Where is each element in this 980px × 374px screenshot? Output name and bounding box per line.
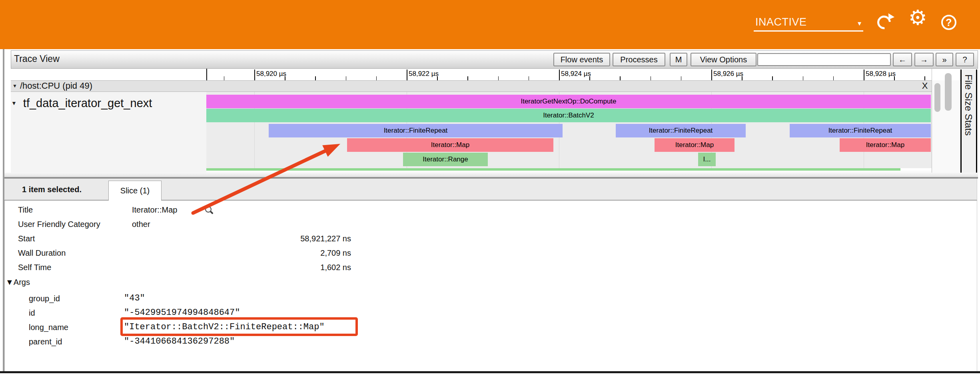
close-icon[interactable]: X — [920, 81, 930, 91]
ruler-minor-tick — [894, 76, 895, 80]
timeline-slice[interactable]: Iterator::BatchV2 — [206, 109, 931, 122]
ruler-minor-tick — [285, 76, 285, 80]
search-icon-handle — [210, 211, 214, 214]
timeline-slice[interactable]: Iterator::Map — [655, 138, 735, 152]
ruler-minor-tick — [651, 76, 651, 80]
collapse-triangle-icon[interactable]: ▼ — [12, 83, 17, 89]
app-header-bar: INACTIVE ▼ ⚙ ? — [0, 0, 980, 49]
trace-view-title: Trace View — [14, 54, 60, 64]
detail-field-value: 58,921,227 ns — [132, 234, 351, 243]
nav-button[interactable]: » — [936, 53, 953, 66]
nav-button[interactable]: → — [914, 53, 934, 66]
ruler-left-edge — [206, 69, 207, 80]
ruler-tick-label: 58,928 µs — [866, 70, 896, 78]
ruler-minor-tick — [620, 76, 621, 80]
toolbar-button[interactable]: Flow events — [553, 53, 610, 66]
toolbar-button[interactable]: View Options — [691, 53, 756, 66]
arg-value: "-344106684136297288" — [124, 336, 235, 347]
process-header-row[interactable] — [11, 80, 932, 92]
timeline-ruler[interactable]: 58,920 µs58,922 µs58,924 µs58,926 µs58,9… — [11, 69, 960, 81]
detail-field-label: User Friendly Category — [18, 219, 100, 229]
help-icon[interactable]: ? — [941, 15, 956, 30]
tab-slice[interactable]: Slice (1) — [108, 181, 162, 201]
timeline-slice[interactable]: Iterator::FiniteRepeat — [269, 124, 563, 137]
scrollbar-thumb[interactable] — [945, 73, 952, 111]
timeline-slice[interactable]: Iterator::Map — [347, 138, 553, 152]
thread-label: tf_data_iterator_get_next — [23, 97, 152, 110]
refresh-button[interactable] — [877, 16, 890, 28]
selection-status: 1 item selected. — [22, 185, 82, 194]
detail-field-value: Iterator::Map — [132, 205, 177, 215]
process-label: /host:CPU (pid 49) — [20, 81, 92, 91]
detail-field-label: Wall Duration — [18, 248, 66, 258]
timeline-slice[interactable] — [206, 168, 900, 171]
ruler-minor-tick — [589, 76, 590, 80]
file-size-stats-label: File Size Stats — [963, 74, 974, 135]
ruler-tick — [711, 70, 712, 80]
ruler-minor-tick — [346, 76, 347, 80]
ruler-minor-tick — [437, 76, 438, 80]
chevron-down-icon: ▼ — [856, 20, 862, 27]
timeline-slice[interactable]: I... — [698, 153, 716, 166]
timeline-slice[interactable]: Iterator::Map — [840, 138, 931, 152]
arg-key: group_id — [29, 293, 60, 304]
ruler-minor-tick — [924, 76, 925, 80]
timeline-slice[interactable]: Iterator::FiniteRepeat — [616, 124, 746, 137]
detail-field-value: 2,709 ns — [132, 248, 351, 258]
settings-gear-icon[interactable]: ⚙ — [908, 7, 927, 28]
search-input[interactable] — [757, 53, 891, 66]
arg-value: "43" — [124, 293, 145, 304]
thread-row-header[interactable]: ▼ tf_data_iterator_get_next — [11, 96, 152, 110]
window-bottom-border — [0, 371, 980, 373]
ruler-tick-label: 58,926 µs — [713, 70, 743, 78]
ruler-minor-tick — [224, 76, 225, 80]
ruler-minor-tick — [498, 76, 499, 80]
ruler-minor-tick — [315, 76, 316, 80]
ruler-tick-label: 58,922 µs — [409, 70, 439, 78]
toolbar-button[interactable]: M — [670, 53, 687, 66]
mode-dropdown-value: INACTIVE — [755, 16, 807, 28]
ruler-minor-tick — [529, 76, 529, 80]
scrollbar-thumb[interactable] — [934, 83, 940, 112]
ruler-minor-tick — [467, 76, 468, 80]
ruler-minor-tick — [742, 76, 742, 80]
timeline-slice[interactable]: Iterator::FiniteRepeat — [790, 124, 931, 137]
collapse-triangle-icon[interactable]: ▼ — [11, 100, 17, 106]
args-section-header[interactable]: ▼Args — [6, 278, 30, 287]
search-icon[interactable] — [205, 206, 214, 215]
ruler-tick — [864, 70, 864, 80]
detail-field-label: Start — [18, 234, 35, 243]
ruler-tick-label: 58,924 µs — [561, 70, 591, 78]
arg-key: parent_id — [29, 336, 62, 347]
detail-field-label: Self Time — [18, 263, 51, 272]
ruler-minor-tick — [833, 76, 834, 80]
detail-field-label: Title — [18, 205, 33, 215]
ruler-minor-tick — [803, 76, 804, 80]
toolbar-button[interactable]: Processes — [613, 53, 665, 66]
nav-button[interactable]: ? — [956, 53, 974, 66]
mode-dropdown[interactable]: INACTIVE ▼ — [754, 14, 863, 32]
ruler-minor-tick — [772, 76, 773, 80]
timeline-slice[interactable]: Iterator::Range — [403, 153, 488, 166]
ruler-tick — [407, 70, 407, 80]
ruler-minor-tick — [376, 76, 377, 80]
ruler-tick — [559, 70, 560, 80]
annotation-highlight-box — [120, 317, 358, 336]
detail-field-value: 1,602 ns — [132, 263, 351, 272]
nav-button[interactable]: ← — [893, 53, 912, 66]
detail-field-value: other — [132, 219, 150, 229]
ruler-tick-label: 58,920 µs — [256, 70, 286, 78]
arg-key: long_name — [29, 322, 68, 332]
ruler-minor-tick — [681, 76, 682, 80]
timeline-slice[interactable]: IteratorGetNextOp::DoCompute — [206, 95, 931, 108]
ruler-tick — [254, 70, 255, 80]
arg-key: id — [29, 308, 35, 318]
arg-value: "-5429951974994848647" — [124, 308, 240, 318]
